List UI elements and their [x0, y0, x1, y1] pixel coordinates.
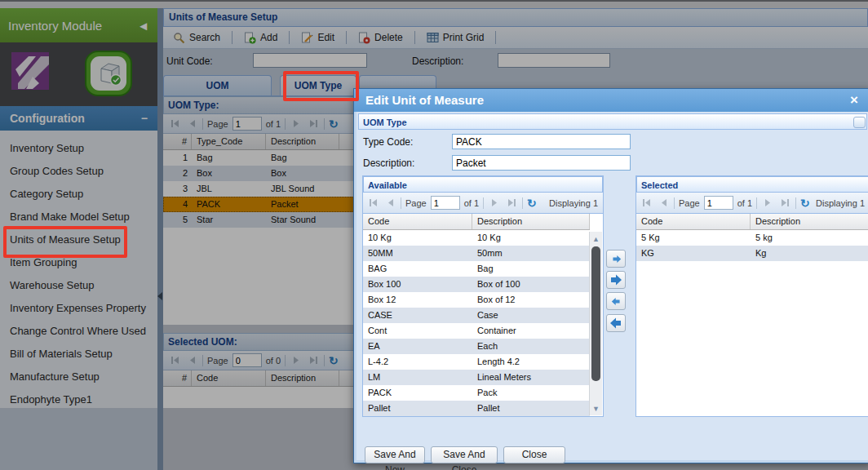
table-row[interactable]: 50MM50mm: [363, 246, 590, 261]
table-cell: Lineal Meters: [472, 370, 590, 385]
save-and-new-button[interactable]: Save And New: [365, 446, 425, 463]
type-code-label: Type Code:: [363, 136, 413, 148]
first-page-icon[interactable]: [366, 197, 379, 210]
move-all-right-button[interactable]: [606, 271, 626, 289]
page-label: Page: [405, 198, 427, 208]
available-panel: Available Page of 1 ↻ Displaying 1: [362, 175, 604, 417]
next-page-icon[interactable]: [488, 197, 501, 210]
table-cell: LM: [363, 370, 472, 385]
table-row[interactable]: EAEach: [363, 339, 590, 354]
table-cell: Case: [472, 308, 590, 323]
arrow-right-icon: [611, 254, 622, 264]
table-cell: Box 100: [363, 277, 472, 292]
annotation-box-uom-type-tab: [283, 71, 359, 101]
grid-column-headers: Code Description: [363, 214, 590, 230]
refresh-icon[interactable]: ↻: [800, 197, 810, 209]
vertical-scrollbar[interactable]: ▲ ▼: [589, 232, 602, 415]
arrow-right-bold-icon: [609, 273, 622, 286]
column-header[interactable]: Description: [751, 214, 868, 229]
dialog-description-input[interactable]: [452, 155, 631, 171]
dialog-title: Edit Unit of Measure: [354, 89, 868, 112]
scrollbar-thumb[interactable]: [591, 246, 600, 381]
selected-panel: Selected Page of 1 ↻ Displaying 1 C: [636, 175, 868, 417]
refresh-icon[interactable]: ↻: [527, 197, 537, 209]
table-cell: EA: [363, 339, 472, 354]
last-page-icon[interactable]: [778, 197, 791, 210]
dialog-panel-title: UOM Type: [358, 113, 867, 130]
move-left-button[interactable]: [606, 292, 626, 310]
table-row[interactable]: 5 Kg5 kg: [636, 230, 868, 246]
available-pager: Page of 1 ↻ Displaying 1: [363, 193, 603, 214]
close-button[interactable]: Close: [503, 446, 565, 463]
table-row[interactable]: KGKg: [636, 246, 868, 261]
column-header[interactable]: Description: [472, 214, 590, 229]
page-label: Page: [679, 198, 700, 208]
table-cell: KG: [636, 246, 751, 261]
prev-page-icon[interactable]: [383, 197, 396, 210]
table-cell: Box 12: [363, 292, 472, 308]
table-cell: Length 4.2: [472, 354, 590, 370]
displaying-label: Displaying 1: [549, 198, 600, 208]
scroll-up-icon[interactable]: ▲: [591, 233, 601, 245]
table-cell: Kg: [751, 246, 868, 261]
table-row[interactable]: Box 100Box of 100: [363, 277, 590, 292]
table-cell: PACK: [363, 385, 472, 401]
edit-unit-of-measure-dialog: Edit Unit of Measure × UOM Type Type Cod…: [353, 88, 868, 463]
table-cell: 5 Kg: [636, 230, 751, 246]
table-cell: CASE: [363, 308, 472, 323]
dialog-body: UOM Type Type Code: Description: Availab…: [354, 112, 868, 463]
type-code-input[interactable]: [452, 134, 631, 149]
selected-pager: Page of 1 ↻ Displaying 1: [636, 193, 868, 214]
first-page-icon[interactable]: [640, 197, 653, 210]
table-cell: 5 kg: [751, 230, 868, 246]
table-cell: 10 Kg: [363, 230, 472, 246]
table-cell: Bag: [472, 261, 590, 277]
table-row[interactable]: PalletPallet: [363, 401, 590, 416]
table-cell: Box of 100: [472, 277, 590, 292]
table-cell: 50mm: [472, 246, 590, 261]
save-and-close-button[interactable]: Save And Close: [431, 446, 498, 463]
table-cell: Each: [472, 339, 590, 354]
prev-page-icon[interactable]: [657, 197, 670, 210]
column-header[interactable]: Code: [363, 214, 472, 229]
page-of-label: of 1: [464, 198, 479, 208]
dialog-description-label: Description:: [363, 157, 414, 169]
scroll-down-icon[interactable]: ▼: [591, 402, 601, 415]
table-row[interactable]: BAGBag: [363, 261, 590, 277]
grid-column-headers: Code Description: [636, 214, 868, 230]
table-row[interactable]: CASECase: [363, 308, 590, 323]
table-cell: Pallet: [363, 401, 472, 416]
table-row[interactable]: L-4.2Length 4.2: [363, 354, 590, 370]
table-row[interactable]: LMLineal Meters: [363, 370, 590, 385]
annotation-box-units-of-measure: [3, 226, 127, 258]
move-right-button[interactable]: [606, 250, 626, 268]
selected-grid-rows: 5 Kg5 kgKGKg: [636, 230, 868, 261]
arrow-left-icon: [611, 296, 622, 307]
table-row[interactable]: PACKPack: [363, 385, 590, 401]
table-row[interactable]: ContContainer: [363, 323, 590, 339]
page-number-input[interactable]: [704, 196, 733, 210]
selected-title: Selected: [636, 176, 868, 193]
page-of-label: of 1: [737, 198, 752, 208]
table-cell: Pallet: [472, 401, 590, 416]
table-row[interactable]: 10 Kg10 Kg: [363, 230, 590, 246]
table-cell: Cont: [363, 323, 472, 339]
table-cell: L-4.2: [363, 354, 472, 370]
table-row[interactable]: Box 12Box of 12: [363, 292, 590, 308]
table-cell: Container: [472, 323, 590, 339]
next-page-icon[interactable]: [761, 197, 774, 210]
move-all-left-button[interactable]: [606, 314, 626, 332]
page-number-input[interactable]: [431, 196, 460, 210]
available-title: Available: [363, 176, 603, 193]
available-grid-rows: 10 Kg10 Kg50MM50mmBAGBagBox 100Box of 10…: [363, 230, 590, 416]
panel-tool-icon[interactable]: [853, 117, 866, 128]
table-cell: BAG: [363, 261, 472, 277]
app-window: Inventory Module ◄ Configuration −: [0, 0, 868, 470]
column-header[interactable]: Code: [636, 214, 751, 229]
close-icon[interactable]: ×: [850, 92, 858, 109]
displaying-label: Displaying 1: [816, 198, 866, 208]
last-page-icon[interactable]: [505, 197, 518, 210]
table-cell: 50MM: [363, 246, 472, 261]
table-cell: Pack: [472, 385, 590, 401]
table-cell: Box of 12: [472, 292, 590, 308]
